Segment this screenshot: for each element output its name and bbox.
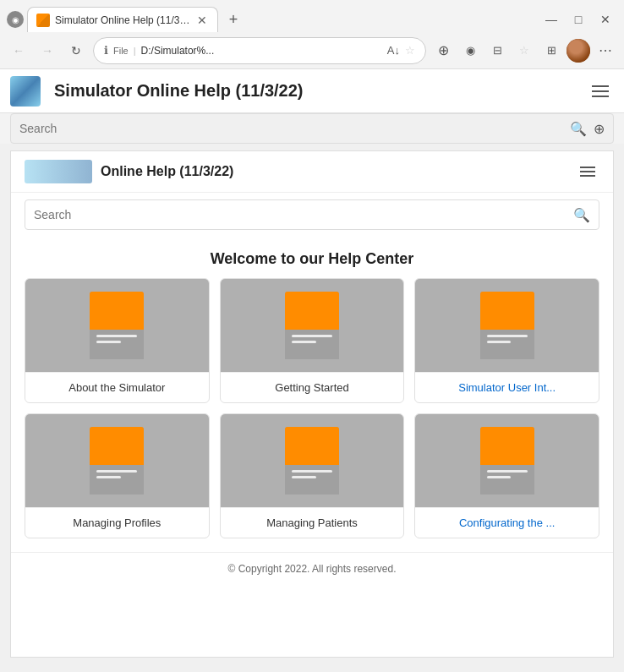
menu-line-3	[592, 96, 609, 97]
card-managing-patients[interactable]: Managing Patients	[220, 413, 405, 538]
card-image-4	[25, 414, 209, 507]
new-tab-search-icon[interactable]: ⊕	[594, 121, 605, 137]
user-avatar[interactable]	[567, 39, 590, 63]
book-icon-3	[480, 292, 534, 359]
outer-search-input[interactable]	[19, 122, 563, 135]
minimize-button[interactable]: —	[539, 8, 563, 31]
hamburger-menu-button[interactable]	[587, 78, 614, 105]
card-label-5: Managing Patients	[221, 507, 404, 538]
inner-page-title: Online Help (11/3/22)	[101, 164, 567, 179]
app-title: Simulator Online Help (11/3/22)	[54, 81, 580, 101]
book-icon-6	[480, 427, 534, 494]
address-prefix: File	[113, 46, 129, 56]
inner-search-icon[interactable]: 🔍	[573, 207, 590, 223]
card-managing-profiles[interactable]: Managing Profiles	[25, 413, 210, 538]
app-logo	[10, 76, 41, 107]
browser-icon: ◉	[7, 11, 24, 28]
card-image-2	[221, 279, 404, 372]
tab-favicon	[36, 14, 50, 27]
card-label-4: Managing Profiles	[25, 507, 209, 538]
book-icon-5	[285, 427, 339, 494]
tab-close-button[interactable]: ✕	[195, 14, 209, 27]
maximize-button[interactable]: □	[567, 8, 590, 31]
outer-search-bar: 🔍 ⊕	[10, 113, 614, 144]
extensions-icon[interactable]: ⊕	[431, 39, 455, 63]
cards-grid: About the Simulator Getting Started	[11, 278, 613, 552]
menu-line-1	[592, 85, 609, 87]
copyright-text: © Copyright 2022. All rights reserved.	[228, 563, 397, 575]
card-simulator-user-int[interactable]: Simulator User Int...	[414, 278, 599, 403]
card-label-1: About the Simulator	[25, 372, 209, 402]
card-image-3	[415, 279, 599, 372]
nav-icons: ⊕ ◉ ⊟ ☆ ⊞ ⋯	[431, 39, 617, 63]
new-tab-button[interactable]: +	[222, 8, 245, 31]
welcome-title: Welcome to our Help Center	[11, 237, 613, 278]
tab-title: Simulator Online Help (11/3/22)	[55, 14, 190, 26]
card-about-simulator[interactable]: About the Simulator	[25, 278, 210, 403]
forward-button[interactable]: →	[36, 39, 59, 63]
tab-bar: ◉ Simulator Online Help (11/3/22) ✕ + — …	[0, 0, 624, 32]
info-icon: ℹ	[104, 44, 108, 57]
close-window-button[interactable]: ✕	[594, 8, 617, 31]
card-label-2: Getting Started	[221, 372, 404, 402]
page-content: Online Help (11/3/22) 🔍 Welcome to our H…	[10, 150, 614, 658]
inner-hamburger-button[interactable]	[576, 167, 599, 177]
card-label-6: Configurating the ...	[415, 507, 599, 538]
card-getting-started[interactable]: Getting Started	[220, 278, 405, 403]
book-icon-4	[90, 427, 144, 494]
active-tab[interactable]: Simulator Online Help (11/3/22) ✕	[27, 7, 218, 32]
collections-icon[interactable]: ⊟	[485, 39, 509, 63]
card-image-1	[25, 279, 209, 372]
card-label-3: Simulator User Int...	[415, 372, 599, 402]
navigation-bar: ← → ↻ ℹ File | D:/Simulator%... A↓ ☆ ⊕ ◉…	[0, 32, 624, 69]
outer-search-icon[interactable]: 🔍	[570, 121, 587, 137]
card-configurating[interactable]: Configurating the ...	[414, 413, 599, 538]
book-icon-2	[285, 292, 339, 359]
tab-groups-icon[interactable]: ⊞	[539, 39, 563, 63]
inner-logo	[25, 160, 92, 183]
book-icon-1	[90, 292, 144, 359]
card-image-6	[415, 414, 599, 507]
inner-search-input[interactable]	[34, 208, 567, 221]
back-button[interactable]: ←	[7, 39, 30, 63]
refresh-button[interactable]: ↻	[64, 39, 88, 63]
profile-icon-nav[interactable]: ◉	[458, 39, 482, 63]
footer: © Copyright 2022. All rights reserved.	[11, 552, 613, 585]
app-toolbar: Simulator Online Help (11/3/22)	[0, 69, 624, 113]
address-bar[interactable]: ℹ File | D:/Simulator%... A↓ ☆	[93, 37, 426, 64]
favorites-bar-icon[interactable]: ☆	[512, 39, 536, 63]
read-mode-icon[interactable]: A↓	[387, 44, 400, 57]
inner-header: Online Help (11/3/22)	[11, 151, 613, 193]
address-url: D:/Simulator%...	[141, 45, 382, 57]
card-image-5	[221, 414, 404, 507]
favorites-icon[interactable]: ☆	[405, 44, 415, 57]
settings-icon[interactable]: ⋯	[594, 39, 617, 63]
inner-search-bar: 🔍	[25, 199, 599, 230]
menu-line-2	[592, 90, 609, 92]
